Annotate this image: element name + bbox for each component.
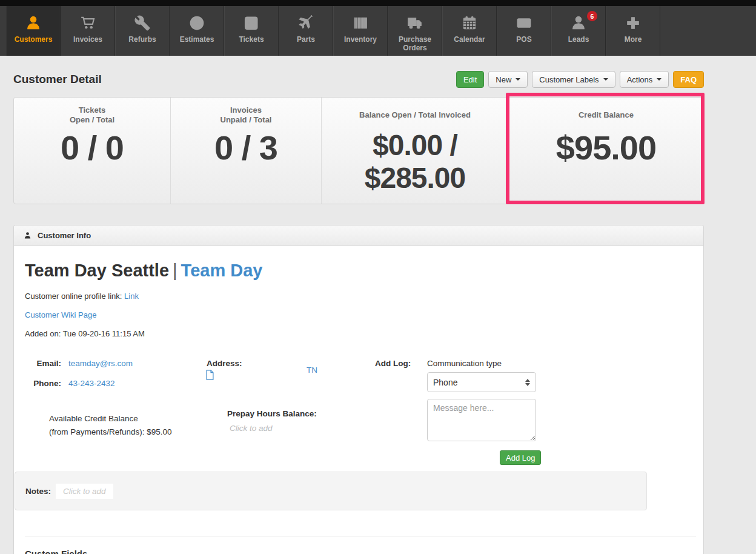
custom-fields-title: Custom Fields — [25, 549, 703, 554]
stat-invoices: Invoices Unpaid / Total 0 / 3 — [170, 98, 321, 204]
nav-label: Inventory — [344, 36, 377, 44]
plane-icon — [298, 14, 314, 32]
email-link[interactable]: teamday@rs.com — [68, 359, 133, 368]
cart-icon — [80, 14, 96, 32]
stat-credit-balance: Credit Balance $95.00 — [508, 98, 703, 204]
stat-label: Unpaid / Total — [171, 115, 321, 125]
name-separator: | — [169, 261, 181, 280]
panel-title: Customer Info — [38, 231, 91, 240]
prepay-hours-label: Prepay Hours Balance: — [227, 409, 317, 418]
customer-name: Team Day Seattle — [25, 261, 169, 280]
notes-label: Notes: — [25, 487, 51, 496]
credit-balance-line1: Available Credit Balance — [49, 414, 138, 423]
address-state: TN — [307, 365, 317, 375]
person-icon — [571, 14, 586, 32]
add-log-button[interactable]: Add Log — [500, 450, 541, 465]
customer-labels-dropdown-button[interactable]: Customer Labels — [532, 71, 615, 88]
nav-label: Refurbs — [128, 36, 156, 44]
pdf-icon[interactable] — [205, 370, 214, 382]
customer-info-header: Customer Info — [14, 225, 703, 246]
stat-value: $0.00 / — [322, 129, 508, 162]
clock-icon — [189, 14, 205, 32]
truck-icon — [407, 14, 423, 32]
page-content: Customer Detail Edit New Customer Labels… — [13, 70, 704, 554]
notes-click-to-add[interactable]: Click to add — [56, 484, 113, 499]
main-nav: Customers Invoices Refurbs Estimates Tic… — [0, 6, 756, 56]
communication-type-select[interactable]: Phone — [427, 372, 536, 392]
nav-label: Parts — [297, 36, 315, 44]
stats-panel: Tickets Open / Total 0 / 0 Invoices Unpa… — [13, 97, 704, 204]
nav-item-pos[interactable]: 1 POS — [497, 6, 551, 56]
nav-item-tickets[interactable]: Tickets — [224, 6, 279, 56]
email-label: Email: — [32, 359, 61, 368]
log-message-textarea[interactable] — [427, 399, 536, 441]
nav-item-customers[interactable]: Customers — [6, 6, 61, 56]
phone-link[interactable]: 43-243-2432 — [68, 379, 115, 388]
stat-balance: Balance Open / Total Invoiced $0.00 / $2… — [321, 98, 508, 204]
page-title: Customer Detail — [13, 73, 102, 86]
customer-wiki-link[interactable]: Customer Wiki Page — [25, 310, 96, 319]
selected-option: Phone — [433, 378, 457, 387]
banknote-icon: 1 — [516, 14, 532, 32]
stat-label: Tickets — [14, 105, 170, 115]
calendar-icon — [462, 14, 477, 32]
nav-item-more[interactable]: More — [606, 6, 660, 56]
prepay-click-to-add[interactable]: Click to add — [230, 424, 273, 433]
new-dropdown-button[interactable]: New — [488, 71, 528, 88]
notes-bar: Notes: Click to add — [15, 472, 647, 510]
nav-label: Tickets — [239, 36, 264, 44]
nav-label: Estimates — [180, 36, 214, 44]
top-black-strip — [0, 0, 756, 6]
nav-item-inventory[interactable]: Inventory — [333, 6, 388, 56]
caret-down-icon — [603, 78, 608, 81]
stat-label: Open / Total — [14, 115, 170, 125]
stat-value: $285.00 — [322, 162, 508, 195]
header-actions: Edit New Customer Labels Actions FAQ — [456, 71, 704, 88]
customer-info-panel: Customer Info Team Day Seattle|Team Day … — [13, 225, 704, 554]
stat-label: Credit Balance — [509, 110, 703, 120]
nav-item-parts[interactable]: Parts — [279, 6, 333, 56]
nav-item-invoices[interactable]: Invoices — [61, 6, 115, 56]
nav-item-leads[interactable]: Leads 6 — [551, 6, 606, 56]
plus-icon — [625, 14, 641, 32]
stat-label: Invoices — [171, 105, 321, 115]
caret-down-icon — [657, 78, 662, 81]
nav-item-calendar[interactable]: Calendar — [442, 6, 497, 56]
faq-button[interactable]: FAQ — [673, 71, 704, 88]
added-on-line: Added on: Tue 09-20-16 11:15 AM — [25, 329, 703, 338]
stat-tickets: Tickets Open / Total 0 / 0 — [14, 98, 170, 204]
actions-dropdown-button[interactable]: Actions — [620, 71, 669, 88]
stat-label: Balance Open / Total Invoiced — [322, 110, 508, 120]
stat-value: 0 / 0 — [14, 128, 170, 167]
profile-link-line: Customer online profile link: Link — [25, 292, 703, 301]
nav-item-purchase-orders[interactable]: Purchase Orders — [388, 6, 442, 56]
stat-value: $95.00 — [509, 128, 703, 167]
profile-link[interactable]: Link — [124, 292, 139, 301]
stat-value: 0 / 3 — [171, 128, 321, 167]
svg-text:1: 1 — [523, 21, 525, 25]
wrench-icon — [134, 14, 150, 32]
person-icon — [24, 232, 31, 239]
check-square-icon — [244, 14, 259, 32]
barcode-icon — [353, 14, 368, 32]
nav-label: POS — [516, 36, 531, 44]
leads-count-badge: 6 — [587, 11, 597, 21]
page-header: Customer Detail Edit New Customer Labels… — [13, 70, 704, 88]
nav-label: Invoices — [73, 36, 102, 44]
person-icon — [25, 14, 41, 32]
nav-label: Purchase Orders — [388, 36, 442, 53]
address-label: Address: — [207, 359, 242, 368]
nav-item-estimates[interactable]: Estimates — [170, 6, 224, 56]
phone-label: Phone: — [30, 379, 61, 388]
credit-balance-line2: (from Payments/Refunds): $95.00 — [49, 427, 172, 436]
nav-item-refurbs[interactable]: Refurbs — [115, 6, 170, 56]
edit-button[interactable]: Edit — [456, 71, 484, 88]
section-divider — [25, 536, 696, 536]
select-updown-icon — [525, 379, 530, 386]
customer-name-heading: Team Day Seattle|Team Day — [25, 261, 703, 281]
nav-label: Customers — [15, 36, 53, 44]
nav-label: More — [625, 36, 642, 44]
caret-down-icon — [516, 78, 520, 81]
customer-company-link[interactable]: Team Day — [181, 261, 263, 280]
add-log-label: Add Log: — [375, 359, 411, 368]
